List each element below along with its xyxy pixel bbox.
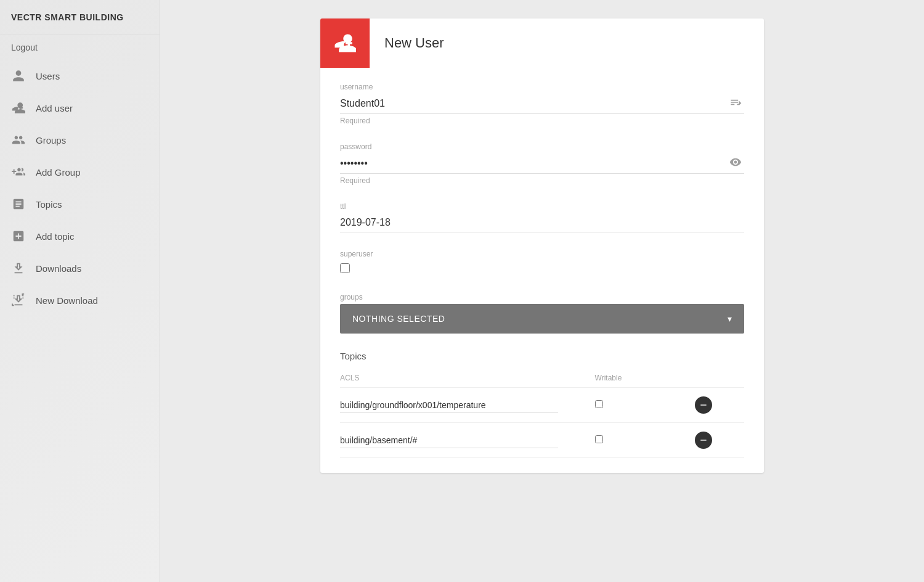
app-title: VECTR SMART BUILDING [0,0,160,35]
writable-cell [583,388,695,423]
username-field-group: username Required [340,83,744,125]
sidebar-item-groups[interactable]: Groups [0,124,160,156]
sidebar-item-add-user-label: Add user [36,103,73,113]
superuser-checkbox[interactable] [340,263,350,273]
superuser-field-group: superuser [340,250,744,276]
topic-icon [11,197,26,211]
password-visibility-icon[interactable] [727,154,744,173]
form-header: New User [320,18,764,68]
writable-cell [583,423,695,458]
ttl-label: ttl [340,202,744,211]
table-row [340,388,744,423]
col-header-acls: ACLS [340,369,583,388]
sidebar-item-topics[interactable]: Topics [0,188,160,220]
col-header-writable: Writable [583,369,695,388]
password-input-wrap [340,154,744,174]
sidebar-item-topics-label: Topics [36,199,62,210]
sidebar-item-downloads-label: Downloads [36,263,81,274]
username-field-icon [727,94,744,113]
main-content: New User username Required password [160,0,924,582]
password-field-group: password Required [340,142,744,185]
sidebar: VECTR SMART BUILDING Logout Users Add us… [0,0,160,582]
superuser-checkbox-wrap [340,263,744,276]
sidebar-item-add-group-label: Add Group [36,167,81,178]
sidebar-item-users-label: Users [36,71,60,81]
ttl-field-group: ttl [340,202,744,232]
username-hint: Required [340,117,744,125]
sidebar-item-add-topic[interactable]: Add topic [0,220,160,252]
remove-topic-button[interactable] [695,396,712,414]
topics-table: ACLS Writable [340,369,744,458]
username-input[interactable] [340,94,727,113]
superuser-label: superuser [340,250,744,258]
sidebar-item-new-download-label: New Download [36,295,98,306]
topics-label: Topics [340,351,744,361]
groups-dropdown-text: NOTHING SELECTED [352,314,445,324]
action-cell [695,423,744,458]
username-label: username [340,83,744,91]
username-input-wrap [340,94,744,114]
sidebar-item-groups-label: Groups [36,135,66,146]
groups-field-group: groups NOTHING SELECTED ▾ [340,293,744,334]
form-body: username Required password [320,68,764,473]
sidebar-nav: Users Add user Groups Add Group [0,60,160,316]
topics-section: Topics ACLS Writable [340,351,744,458]
password-hint: Required [340,176,744,185]
download-icon [11,261,26,276]
acls-input[interactable] [340,398,558,413]
writable-checkbox[interactable] [595,435,603,443]
acls-cell [340,388,583,423]
sidebar-item-add-user[interactable]: Add user [0,92,160,124]
logout-button[interactable]: Logout [0,35,160,60]
password-label: password [340,142,744,151]
acls-cell [340,423,583,458]
writable-checkbox[interactable] [595,400,603,408]
remove-topic-button[interactable] [695,432,712,449]
form-title: New User [370,35,459,51]
form-header-icon [320,18,370,68]
sidebar-item-add-group[interactable]: Add Group [0,156,160,188]
new-download-icon [11,293,26,308]
sidebar-item-new-download[interactable]: New Download [0,284,160,316]
groups-dropdown-button[interactable]: NOTHING SELECTED ▾ [340,304,744,334]
person-icon [11,68,26,83]
table-row [340,423,744,458]
sidebar-item-downloads[interactable]: Downloads [0,252,160,284]
action-cell [695,388,744,423]
password-input[interactable] [340,154,727,173]
group-icon [11,133,26,147]
groups-label: groups [340,293,744,301]
sidebar-item-users[interactable]: Users [0,60,160,92]
acls-input[interactable] [340,433,558,448]
topic-add-icon [11,229,26,244]
person-add-large-icon [334,32,356,54]
chevron-down-icon: ▾ [727,314,732,324]
sidebar-item-add-topic-label: Add topic [36,231,75,242]
person-add-icon [11,100,26,115]
group-add-icon [11,165,26,179]
new-user-form-card: New User username Required password [320,18,764,473]
ttl-input[interactable] [340,213,744,232]
